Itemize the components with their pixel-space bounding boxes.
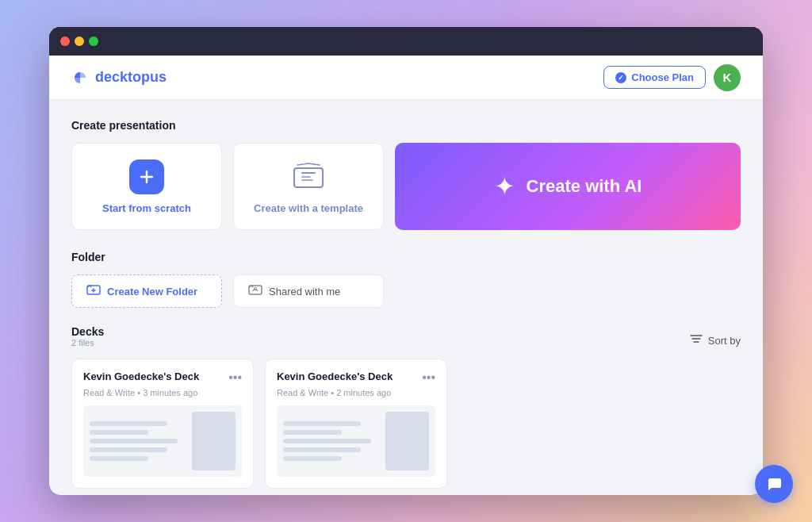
deck-2-title: Kevin Goedecke's Deck [277, 370, 393, 382]
shared-label: Shared with me [269, 286, 340, 297]
avatar-initial: K [723, 71, 732, 84]
create-cards: Start from scratch Create with a templa [71, 143, 741, 230]
deck-1-preview-image [192, 412, 236, 470]
deck-2-preview-text [283, 412, 381, 470]
preview-bar [90, 447, 167, 452]
create-section-title: Create presentation [71, 119, 741, 132]
deck-1-meta: Read & Write • 3 minutes ago [83, 388, 242, 397]
decks-title-group: Decks 2 files [71, 325, 104, 347]
app-window: decktopus ✓ Choose Plan K Create present… [49, 27, 763, 495]
create-with-template-card[interactable]: Create with a template [233, 143, 384, 230]
preview-bar [283, 439, 371, 443]
preview-bar [90, 421, 167, 426]
folder-plus-icon [86, 283, 101, 299]
header-right: ✓ Choose Plan K [603, 64, 741, 91]
logo: decktopus [71, 69, 167, 86]
logo-icon [71, 69, 89, 86]
app-name: decktopus [95, 69, 167, 86]
deck-1-title: Kevin Goedecke's Deck [83, 370, 199, 382]
folder-cards: Create New Folder Shared with me [71, 274, 741, 308]
close-button[interactable] [60, 36, 70, 46]
preview-bar [283, 456, 342, 461]
deck-card-2-header: Kevin Goedecke's Deck ••• [277, 370, 435, 385]
sort-by-button[interactable]: Sort by [689, 333, 741, 347]
preview-bar [283, 421, 361, 426]
deck-card-1[interactable]: Kevin Goedecke's Deck ••• Read & Write •… [71, 359, 254, 489]
preview-bar [283, 430, 342, 435]
check-icon: ✓ [615, 72, 626, 83]
deck-1-preview [83, 405, 242, 477]
shared-folder-icon [248, 283, 262, 299]
sort-icon [689, 333, 703, 347]
deck-2-meta: Read & Write • 2 minutes ago [277, 388, 435, 397]
svg-point-3 [255, 288, 257, 290]
app-header: decktopus ✓ Choose Plan K [49, 56, 763, 100]
deck-1-menu-button[interactable]: ••• [228, 370, 242, 385]
decks-header: Decks 2 files Sort by [71, 325, 741, 347]
user-avatar[interactable]: K [714, 64, 741, 91]
app-content: decktopus ✓ Choose Plan K Create present… [49, 56, 763, 495]
svg-rect-0 [294, 168, 323, 187]
choose-plan-label: Choose Plan [631, 71, 694, 83]
chat-bubble-button[interactable] [755, 465, 793, 503]
deck-cards: Kevin Goedecke's Deck ••• Read & Write •… [71, 359, 741, 489]
create-folder-label: Create New Folder [107, 286, 197, 297]
choose-plan-button[interactable]: ✓ Choose Plan [603, 66, 706, 89]
titlebar [49, 27, 763, 56]
sort-by-label: Sort by [708, 335, 741, 347]
deck-card-1-header: Kevin Goedecke's Deck ••• [83, 370, 242, 385]
decks-title: Decks [71, 325, 104, 338]
traffic-lights [60, 36, 98, 46]
deck-1-preview-text [90, 412, 187, 470]
maximize-button[interactable] [89, 36, 98, 46]
create-with-ai-card[interactable]: ✦ Create with AI [395, 143, 741, 230]
minimize-button[interactable] [75, 36, 84, 46]
template-icon [291, 159, 326, 194]
plus-icon [129, 159, 164, 194]
sparkle-icon: ✦ [494, 171, 515, 202]
preview-bar [90, 430, 148, 435]
start-from-scratch-card[interactable]: Start from scratch [71, 143, 222, 230]
create-new-folder-card[interactable]: Create New Folder [71, 274, 222, 308]
deck-2-preview [277, 405, 435, 477]
main-content: Create presentation Start from scratch [49, 100, 763, 495]
folder-section-title: Folder [71, 251, 741, 263]
preview-bar [90, 439, 178, 443]
preview-bar [90, 456, 148, 461]
scratch-label: Start from scratch [102, 202, 191, 214]
deck-card-2[interactable]: Kevin Goedecke's Deck ••• Read & Write •… [265, 359, 447, 489]
deck-2-preview-image [385, 412, 429, 470]
folder-section: Folder Create New Folder [71, 251, 741, 308]
template-label: Create with a template [254, 202, 363, 214]
shared-with-me-card[interactable]: Shared with me [233, 274, 384, 308]
decks-section: Decks 2 files Sort by [71, 325, 741, 489]
deck-2-menu-button[interactable]: ••• [422, 370, 435, 385]
decks-count: 2 files [71, 338, 104, 347]
preview-bar [283, 447, 361, 452]
ai-label: Create with AI [527, 176, 642, 197]
